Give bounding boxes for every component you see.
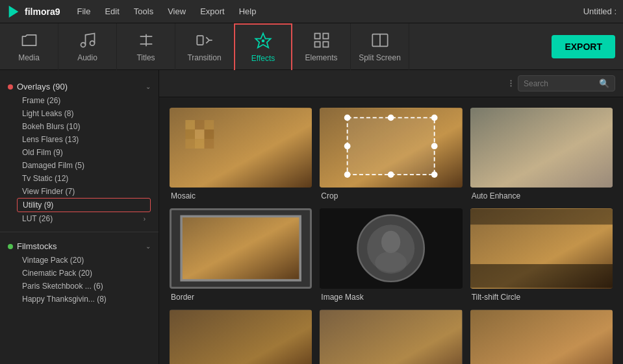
grid-view-icon[interactable]: ⁝ [509,77,513,90]
svg-rect-47 [170,309,312,364]
svg-point-1 [81,42,85,47]
transition-icon [196,31,214,49]
lut-chevron: › [144,215,146,223]
overlays-label: Overlays (90) [17,82,68,91]
right-panel: ⁝ 🔍 [159,70,623,364]
svg-point-34 [344,143,351,149]
svg-point-42 [381,231,400,253]
svg-point-32 [388,115,394,121]
sidebar-item-vintage[interactable]: Vintage Pack (20) [17,254,151,267]
svg-rect-10 [314,33,320,38]
effect-thumb-auto [470,108,613,188]
sidebar-item-lut[interactable]: LUT (26) › [17,212,151,225]
svg-point-28 [344,115,351,121]
sidebar-item-cinematic[interactable]: Cinematic Pack (20) [17,267,151,280]
svg-rect-17 [185,120,195,130]
svg-rect-49 [470,309,613,364]
effect-crop[interactable]: Crop [320,108,462,200]
effect-bottom2[interactable] [320,309,462,364]
effect-border[interactable]: Border [170,208,312,301]
overlays-chevron: ⌄ [146,83,151,90]
logo: filmora9 [6,5,60,19]
toolbar-titles[interactable]: Titles [117,23,175,70]
svg-marker-0 [9,5,19,17]
right-toolbar: ⁝ 🔍 [159,70,623,97]
effect-auto-enhance[interactable]: Auto Enhance [470,108,613,200]
bottom1-visual [170,309,312,364]
toolbar-effects[interactable]: Effects [234,23,292,70]
filmora-logo-icon [6,5,21,19]
menu-help[interactable]: Help [233,4,263,19]
svg-rect-27 [348,117,435,175]
effect-label-mask: Image Mask [320,293,462,302]
overlays-sub: Frame (26) Light Leaks (8) Bokeh Blurs (… [8,94,151,225]
sidebar-item-frame[interactable]: Frame (26) [17,94,151,107]
svg-point-29 [431,115,438,121]
effects-icon [254,32,272,50]
svg-rect-25 [205,139,214,149]
folder-icon [20,31,38,49]
sidebar-item-thanksgiving[interactable]: Happy Thanksgivin... (8) [17,293,151,306]
sidebar-header-filmstocks[interactable]: Filmstocks ⌄ [8,239,151,254]
effect-image-mask[interactable]: Image Mask [320,208,462,301]
mask-visual [320,208,462,288]
search-box: 🔍 [518,75,615,91]
split-screen-icon [371,31,389,49]
sidebar-item-damaged-film[interactable]: Damaged Film (5) [17,159,151,172]
effect-tiltshift[interactable]: Tilt-shift Circle [470,208,613,301]
toolbar: Media Audio Titles Transition Effects El… [0,23,623,70]
sidebar-header-overlays[interactable]: Overlays (90) ⌄ [8,79,151,94]
effect-bottom3[interactable] [470,309,613,364]
svg-point-9 [262,39,265,42]
toolbar-media[interactable]: Media [0,23,58,70]
effect-label-auto: Auto Enhance [470,191,613,200]
filmstocks-sub: Vintage Pack (20) Cinematic Pack (20) Pa… [8,254,151,306]
crop-visual [320,108,462,188]
svg-point-35 [431,143,438,149]
menu-export[interactable]: Export [194,4,231,19]
sidebar-item-utility[interactable]: Utility (9) [17,198,151,212]
effect-thumb-border [170,208,312,288]
elements-icon [312,31,331,49]
music-icon [79,31,97,49]
svg-rect-20 [185,130,195,140]
effect-thumb-mask [320,208,462,288]
filmstocks-dot [8,244,13,249]
svg-rect-45 [470,264,613,288]
effect-thumb-crop [320,108,462,188]
sidebar-section-overlays: Overlays (90) ⌄ Frame (26) Light Leaks (… [0,75,159,229]
sidebar-item-tv-static[interactable]: Tv Static (12) [17,172,151,185]
menu-view[interactable]: View [161,4,192,19]
export-button[interactable]: EXPORT [552,35,615,58]
toolbar-splitscreen[interactable]: Split Screen [351,23,409,70]
svg-rect-21 [195,130,205,140]
sidebar-item-light-leaks[interactable]: Light Leaks (8) [17,107,151,120]
svg-point-31 [431,171,438,178]
effect-thumb-bottom1 [170,309,312,364]
menu-edit[interactable]: Edit [98,4,125,19]
effect-label-tiltshift: Tilt-shift Circle [470,293,613,302]
toolbar-elements[interactable]: Elements [292,23,351,70]
sidebar-item-view-finder[interactable]: View Finder (7) [17,185,151,198]
bottom2-visual [320,309,462,364]
menu-tools[interactable]: Tools [127,4,160,19]
menu-items: File Edit Tools View Export Help [70,4,583,19]
effect-mosaic[interactable]: Mosaic [170,108,312,200]
sidebar-item-old-film[interactable]: Old Film (9) [17,146,151,159]
sidebar-item-lens-flares[interactable]: Lens Flares (13) [17,133,151,146]
svg-rect-18 [195,120,205,130]
svg-rect-36 [470,108,613,188]
sidebar-item-bokeh[interactable]: Bokeh Blurs (10) [17,120,151,133]
search-input[interactable] [524,79,595,88]
sidebar: Overlays (90) ⌄ Frame (26) Light Leaks (… [0,70,159,364]
menu-file[interactable]: File [70,4,97,19]
effect-label-border: Border [170,293,312,302]
toolbar-transition[interactable]: Transition [175,23,234,70]
svg-rect-13 [323,42,328,47]
sidebar-item-paris[interactable]: Paris Sketchbook ... (6) [17,280,151,293]
svg-point-33 [388,171,394,178]
mosaic-visual [170,108,312,188]
effect-bottom1[interactable] [170,309,312,364]
svg-rect-37 [181,217,300,281]
toolbar-audio[interactable]: Audio [58,23,117,70]
